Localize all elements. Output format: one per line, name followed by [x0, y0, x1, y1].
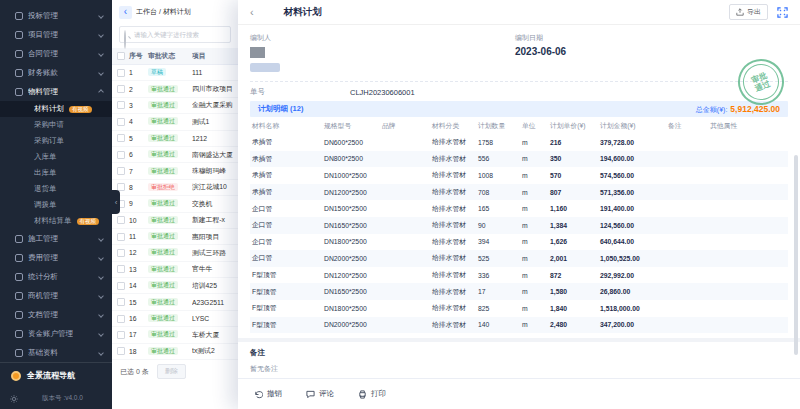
row-project[interactable]: 车桥大厦	[192, 330, 238, 340]
row-checkbox[interactable]	[117, 347, 125, 355]
sidebar-item[interactable]: 基础资料	[0, 343, 112, 362]
list-row[interactable]: 18 审批通过 tx测试2	[112, 344, 238, 360]
table-row[interactable]: 企口管 DN1650*2500 给排水管材 90 m 1,384 124,560…	[250, 217, 788, 234]
row-project[interactable]: 惠阳项目	[192, 232, 238, 242]
delete-button[interactable]: 删除	[157, 364, 186, 379]
row-project[interactable]: tx测试2	[192, 346, 238, 356]
scrollbar[interactable]	[794, 155, 798, 355]
sidebar-item[interactable]: 投标管理	[0, 6, 112, 25]
sidebar-item[interactable]: 商机管理	[0, 286, 112, 305]
row-project[interactable]: 金融大厦采购	[192, 100, 238, 110]
row-checkbox[interactable]	[117, 233, 125, 241]
row-checkbox[interactable]	[117, 167, 125, 175]
sidebar-item[interactable]: 施工管理	[0, 229, 112, 248]
sidebar-item[interactable]: 文档管理	[0, 305, 112, 324]
breadcrumb-root[interactable]: 工作台	[136, 8, 157, 15]
row-project[interactable]: LYSC	[192, 315, 238, 322]
row-checkbox[interactable]	[117, 249, 125, 257]
row-project[interactable]: 培训425	[192, 281, 238, 291]
row-checkbox[interactable]	[117, 298, 125, 306]
sidebar-item[interactable]: 财务账款	[0, 63, 112, 82]
list-row[interactable]: 12 审批通过 测试三环路	[112, 245, 238, 261]
fullscreen-icon[interactable]	[777, 7, 788, 18]
gear-icon[interactable]	[10, 395, 18, 403]
row-project[interactable]: 测试三环路	[192, 248, 238, 258]
list-row[interactable]: 2 审批通过 四川市政项目	[112, 81, 238, 97]
row-project[interactable]: 111	[192, 69, 238, 76]
row-checkbox[interactable]	[117, 331, 125, 339]
back-button[interactable]: ‹	[119, 6, 132, 19]
list-row[interactable]: 14 审批通过 培训425	[112, 278, 238, 294]
list-row[interactable]: 17 审批通过 车桥大厦	[112, 327, 238, 343]
sidebar-item[interactable]: 费用管理	[0, 248, 112, 267]
table-row[interactable]: F型顶管 DN1650*2500 给排水管材 17 m 1,580 26,860…	[250, 283, 788, 300]
row-project[interactable]: 交换机	[192, 199, 238, 209]
list-row[interactable]: 10 审批通过 新建工程-x	[112, 213, 238, 229]
row-checkbox[interactable]	[117, 282, 125, 290]
comment-button[interactable]: 评论	[306, 389, 334, 399]
row-project[interactable]: 滨江花城10	[192, 182, 238, 192]
list-row[interactable]: 8 审批拒绝 滨江花城10	[112, 180, 238, 196]
row-checkbox[interactable]	[117, 69, 125, 77]
table-row[interactable]: 承插管 DN1000*2500 给排水管材 1008 m 570 574,560…	[250, 167, 788, 184]
table-row[interactable]: 企口管 DN2000*2500 给排水管材 525 m 2,001 1,050,…	[250, 250, 788, 267]
select-all-checkbox[interactable]	[117, 52, 125, 60]
table-row[interactable]: F型顶管 DN1800*2500 给排水管材 825 m 1,840 1,518…	[250, 300, 788, 317]
sidebar-item[interactable]: 材料计划 有视频	[0, 101, 112, 117]
list-row[interactable]: 5 审批通过 1212	[112, 131, 238, 147]
list-row[interactable]: 3 审批通过 金融大厦采购	[112, 98, 238, 114]
sidebar-item[interactable]: 出库单	[0, 165, 112, 181]
sidebar-item[interactable]: 材料结算单 有视频	[0, 213, 112, 229]
sidebar-collapse-handle[interactable]: ‹	[112, 190, 120, 214]
row-checkbox[interactable]	[117, 85, 125, 93]
sidebar-item[interactable]: 退货单	[0, 181, 112, 197]
row-project[interactable]: A23G2511	[192, 299, 238, 306]
list-row[interactable]: 15 审批通过 A23G2511	[112, 294, 238, 310]
list-row[interactable]: 1 草稿 111	[112, 65, 238, 81]
sidebar-item[interactable]: 物料管理	[0, 82, 112, 101]
sidebar-item[interactable]: 入库单	[0, 149, 112, 165]
sidebar-item[interactable]: 采购申请	[0, 117, 112, 133]
list-row[interactable]: 9 审批通过 交换机	[112, 196, 238, 212]
row-checkbox[interactable]	[117, 265, 125, 273]
list-row[interactable]: 16 审批通过 LYSC	[112, 311, 238, 327]
row-project[interactable]: 新建工程-x	[192, 215, 238, 225]
process-nav-button[interactable]: 全景流程导航	[0, 363, 112, 388]
row-checkbox[interactable]	[117, 315, 125, 323]
sidebar-item[interactable]: 调拨单	[0, 197, 112, 213]
table-row[interactable]: 企口管 DN1800*2500 给排水管材 394 m 1,626 640,64…	[250, 234, 788, 251]
table-row[interactable]: 承插管 DN800*2500 给排水管材 556 m 350 194,600.0…	[250, 151, 788, 168]
list-row[interactable]: 13 审批通过 官牛牛	[112, 262, 238, 278]
list-row[interactable]: 7 审批通过 珠穆朗玛峰	[112, 163, 238, 179]
row-checkbox[interactable]	[117, 118, 125, 126]
list-row[interactable]: 11 审批通过 惠阳项目	[112, 229, 238, 245]
search-input[interactable]	[134, 31, 226, 38]
cell-brand	[380, 317, 430, 334]
sidebar-item[interactable]: 合同管理	[0, 44, 112, 63]
row-project[interactable]: 四川市政项目	[192, 84, 238, 94]
row-project[interactable]: 珠穆朗玛峰	[192, 166, 238, 176]
print-button[interactable]: 打印	[358, 389, 386, 399]
table-row[interactable]: 企口管 DN1500*2500 给排水管材 165 m 1,160 191,40…	[250, 200, 788, 217]
sidebar-item[interactable]: 资金账户管理	[0, 324, 112, 343]
table-row[interactable]: F型顶管 DN1200*2500 给排水管材 336 m 872 292,992…	[250, 267, 788, 284]
row-project[interactable]: 1212	[192, 135, 238, 142]
row-checkbox[interactable]	[117, 101, 125, 109]
sidebar-item[interactable]: 统计分析	[0, 267, 112, 286]
table-row[interactable]: 承插管 DN600*2500 给排水管材 1758 m 216 379,728.…	[250, 134, 788, 151]
row-project[interactable]: 测试1	[192, 117, 238, 127]
table-row[interactable]: F型顶管 DN2000*2500 给排水管材 140 m 2,480 347,2…	[250, 317, 788, 334]
revoke-button[interactable]: 撤销	[254, 389, 282, 399]
drawer-back-icon[interactable]: ‹	[250, 7, 254, 18]
row-project[interactable]: 南钢盛达大厦	[192, 150, 238, 160]
export-button[interactable]: 导出	[729, 4, 768, 20]
row-checkbox[interactable]	[117, 151, 125, 159]
list-row[interactable]: 6 审批通过 南钢盛达大厦	[112, 147, 238, 163]
row-project[interactable]: 官牛牛	[192, 264, 238, 274]
table-row[interactable]: 承插管 DN1200*2500 给排水管材 708 m 807 571,356.…	[250, 184, 788, 201]
list-row[interactable]: 4 审批通过 测试1	[112, 114, 238, 130]
sidebar-item[interactable]: 采购订单	[0, 133, 112, 149]
row-checkbox[interactable]	[117, 216, 125, 224]
row-checkbox[interactable]	[117, 134, 125, 142]
sidebar-item[interactable]: 项目管理	[0, 25, 112, 44]
